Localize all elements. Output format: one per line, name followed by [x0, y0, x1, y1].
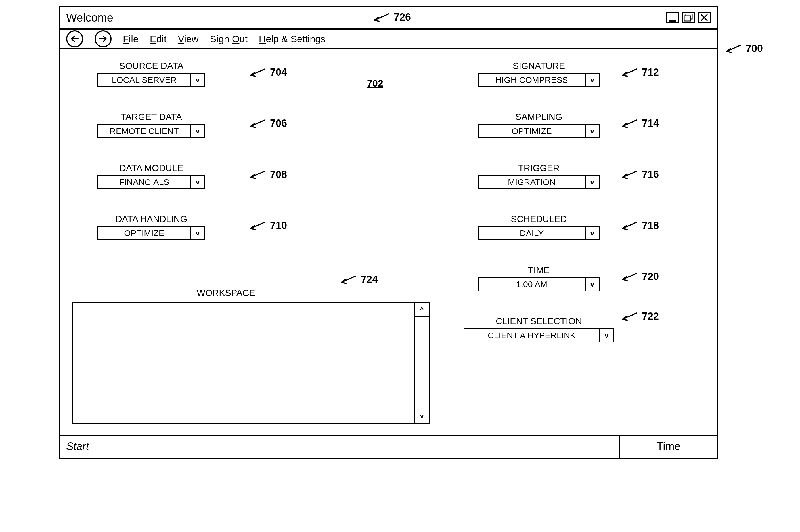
- workspace-body[interactable]: [73, 303, 414, 423]
- callout-706: 706: [248, 117, 287, 129]
- chevron-down-icon[interactable]: v: [586, 175, 600, 189]
- central-reference: 702: [367, 78, 383, 89]
- data-handling-group: DATA HANDLING OPTIMIZE v: [97, 214, 205, 240]
- time-group: TIME 1:00 AM v: [478, 265, 600, 291]
- window-controls: [666, 12, 711, 23]
- window-title: Welcome: [66, 11, 113, 24]
- trigger-dropdown[interactable]: MIGRATION v: [478, 175, 600, 189]
- scheduled-value: DAILY: [478, 226, 586, 240]
- forward-button[interactable]: [95, 30, 112, 48]
- callout-726: 726: [372, 11, 411, 23]
- close-button[interactable]: [697, 12, 711, 23]
- minimize-button[interactable]: [666, 12, 680, 23]
- menubar: File Edit View Sign Out Help & Settings: [60, 30, 717, 50]
- signature-group: SIGNATURE HIGH COMPRESS v: [478, 61, 600, 87]
- target-data-label: TARGET DATA: [97, 112, 205, 122]
- application-window: Welcome File Edit View Sig: [59, 6, 718, 459]
- statusbar: Start Time: [60, 435, 717, 458]
- scheduled-group: SCHEDULED DAILY v: [478, 214, 600, 240]
- signature-value: HIGH COMPRESS: [478, 73, 586, 87]
- client-selection-value: CLIENT A HYPERLINK: [464, 328, 600, 342]
- menu-edit[interactable]: Edit: [150, 34, 167, 44]
- menu-view[interactable]: View: [178, 34, 199, 44]
- data-handling-value: OPTIMIZE: [97, 226, 191, 240]
- chevron-down-icon[interactable]: v: [191, 73, 205, 87]
- sampling-value: OPTIMIZE: [478, 124, 586, 138]
- signature-dropdown[interactable]: HIGH COMPRESS v: [478, 73, 600, 87]
- signature-label: SIGNATURE: [478, 61, 600, 71]
- restore-button[interactable]: [682, 12, 695, 23]
- back-button[interactable]: [66, 30, 83, 48]
- callout-704: 704: [248, 66, 287, 78]
- start-button[interactable]: Start: [60, 436, 620, 458]
- trigger-value: MIGRATION: [478, 175, 586, 189]
- data-handling-dropdown[interactable]: OPTIMIZE v: [97, 226, 205, 240]
- scroll-track[interactable]: [415, 317, 429, 408]
- client-selection-label: CLIENT SELECTION: [464, 316, 614, 327]
- scroll-up-button[interactable]: ^: [415, 303, 429, 317]
- callout-718: 718: [620, 220, 659, 231]
- chevron-down-icon[interactable]: v: [191, 226, 205, 240]
- target-data-dropdown[interactable]: REMOTE CLIENT v: [97, 124, 205, 138]
- chevron-down-icon[interactable]: v: [191, 175, 205, 189]
- client-selection-dropdown[interactable]: CLIENT A HYPERLINK v: [464, 328, 614, 342]
- time-label: TIME: [478, 265, 600, 276]
- source-data-value: LOCAL SERVER: [97, 73, 191, 87]
- sampling-dropdown[interactable]: OPTIMIZE v: [478, 124, 600, 138]
- workspace-label: WORKSPACE: [197, 288, 255, 298]
- data-module-label: DATA MODULE: [97, 163, 205, 173]
- chevron-down-icon[interactable]: v: [586, 277, 600, 291]
- chevron-down-icon[interactable]: v: [586, 226, 600, 240]
- sampling-label: SAMPLING: [478, 112, 600, 122]
- menu-file[interactable]: File: [123, 34, 138, 44]
- callout-716: 716: [620, 169, 659, 180]
- client-selection-group: CLIENT SELECTION CLIENT A HYPERLINK v: [464, 316, 614, 342]
- source-data-group: SOURCE DATA LOCAL SERVER v: [97, 61, 205, 87]
- source-data-label: SOURCE DATA: [97, 61, 205, 71]
- callout-720: 720: [620, 271, 659, 283]
- data-handling-label: DATA HANDLING: [97, 214, 205, 224]
- svg-rect-1: [684, 16, 690, 21]
- target-data-value: REMOTE CLIENT: [97, 124, 191, 138]
- time-dropdown[interactable]: 1:00 AM v: [478, 277, 600, 291]
- chevron-down-icon[interactable]: v: [586, 124, 600, 138]
- scheduled-label: SCHEDULED: [478, 214, 600, 224]
- chevron-down-icon[interactable]: v: [191, 124, 205, 138]
- content-area: 702 SOURCE DATA LOCAL SERVER v TARGET DA…: [60, 50, 717, 435]
- sampling-group: SAMPLING OPTIMIZE v: [478, 112, 600, 138]
- menu-help-settings[interactable]: Help & Settings: [259, 34, 325, 44]
- source-data-dropdown[interactable]: LOCAL SERVER v: [97, 73, 205, 87]
- data-module-group: DATA MODULE FINANCIALS v: [97, 163, 205, 189]
- callout-710: 710: [248, 220, 287, 231]
- callout-700: 700: [724, 42, 763, 55]
- chevron-down-icon[interactable]: v: [600, 328, 614, 342]
- data-module-dropdown[interactable]: FINANCIALS v: [97, 175, 205, 189]
- statusbar-time: Time: [620, 436, 717, 458]
- scroll-down-button[interactable]: v: [415, 408, 429, 423]
- trigger-label: TRIGGER: [478, 163, 600, 173]
- data-module-value: FINANCIALS: [97, 175, 191, 189]
- target-data-group: TARGET DATA REMOTE CLIENT v: [97, 112, 205, 138]
- time-value: 1:00 AM: [478, 277, 586, 291]
- workspace-scrollbar[interactable]: ^ v: [414, 303, 429, 423]
- callout-712: 712: [620, 66, 659, 78]
- callout-724: 724: [339, 273, 378, 285]
- scheduled-dropdown[interactable]: DAILY v: [478, 226, 600, 240]
- menu-sign-out[interactable]: Sign Out: [210, 34, 247, 44]
- chevron-down-icon[interactable]: v: [586, 73, 600, 87]
- callout-708: 708: [248, 169, 287, 180]
- callout-722: 722: [620, 310, 659, 322]
- workspace[interactable]: ^ v: [72, 302, 429, 424]
- trigger-group: TRIGGER MIGRATION v: [478, 163, 600, 189]
- callout-714: 714: [620, 117, 659, 129]
